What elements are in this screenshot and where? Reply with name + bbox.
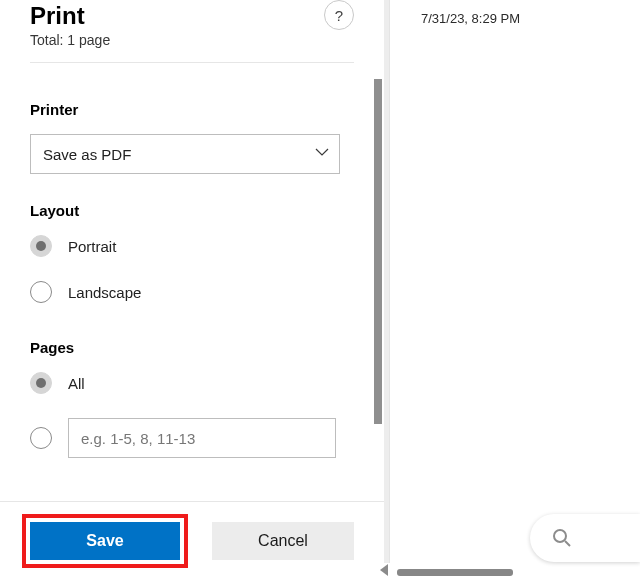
help-button[interactable]: ? [324, 0, 354, 30]
printer-select-wrap: Save as PDF [30, 134, 354, 174]
printer-section-label: Printer [30, 101, 354, 118]
header-divider [30, 62, 354, 63]
print-preview-area: 7/31/23, 8:29 PM [391, 0, 640, 580]
page-count-label: Total: 1 page [30, 32, 354, 48]
layout-section-label: Layout [30, 202, 354, 219]
search-bubble[interactable] [530, 514, 640, 562]
pages-all-label: All [68, 375, 85, 392]
layout-portrait-label: Portrait [68, 238, 116, 255]
tutorial-highlight: Save [22, 514, 188, 568]
layout-option-landscape[interactable]: Landscape [30, 281, 354, 303]
pages-section-label: Pages [30, 339, 354, 356]
svg-point-0 [554, 530, 566, 542]
collapse-arrow-icon[interactable] [380, 564, 388, 576]
divider-bar [384, 0, 390, 563]
radio-icon [30, 281, 52, 303]
save-button[interactable]: Save [30, 522, 180, 560]
print-dialog-root: Print Total: 1 page ? Printer Save as PD… [0, 0, 640, 580]
print-settings-panel: Print Total: 1 page ? Printer Save as PD… [0, 0, 384, 580]
radio-icon [30, 372, 52, 394]
radio-icon [30, 235, 52, 257]
layout-landscape-label: Landscape [68, 284, 141, 301]
printer-select[interactable]: Save as PDF [30, 134, 340, 174]
radio-icon [30, 427, 52, 449]
panel-header: Print Total: 1 page ? [0, 0, 384, 73]
panel-body: Printer Save as PDF Layout Portrait Land… [0, 73, 384, 501]
page-title: Print [30, 2, 354, 30]
layout-option-portrait[interactable]: Portrait [30, 235, 354, 257]
cancel-button[interactable]: Cancel [212, 522, 354, 560]
pages-option-all[interactable]: All [30, 372, 354, 394]
svg-line-1 [565, 541, 570, 546]
page-range-input[interactable] [68, 418, 336, 458]
search-icon [552, 528, 572, 548]
panel-scrollbar[interactable] [374, 79, 382, 424]
preview-timestamp: 7/31/23, 8:29 PM [421, 11, 520, 26]
pages-option-custom[interactable] [30, 418, 354, 458]
preview-horizontal-scrollbar[interactable] [397, 569, 513, 576]
help-icon: ? [335, 7, 343, 24]
panel-divider [384, 0, 391, 580]
panel-footer: Save Cancel [0, 501, 384, 580]
